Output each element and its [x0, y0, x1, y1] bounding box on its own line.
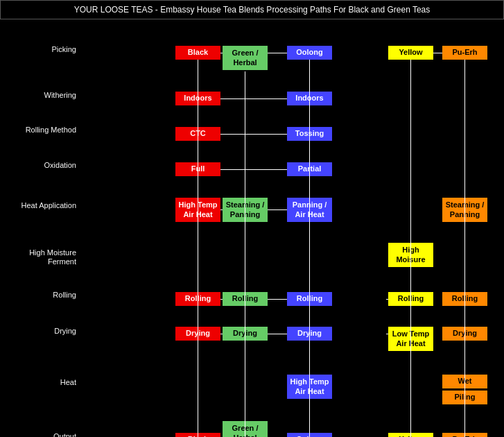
title-text: YOUR LOOSE TEAS - Embassy House Tea Blen… — [74, 5, 431, 15]
title-bar: YOUR LOOSE TEAS - Embassy House Tea Blen… — [0, 0, 504, 19]
column-line — [198, 60, 198, 437]
process-box-black1: Black — [175, 46, 220, 60]
column-line — [245, 71, 245, 437]
h-connector — [433, 53, 442, 53]
row-label: Picking — [7, 45, 76, 54]
diagram-area: PickingWitheringRolling MethodOxidationH… — [0, 19, 504, 437]
process-box-oolong1: Oolong — [287, 46, 332, 60]
h-connector — [386, 299, 388, 300]
row-label: Heat Application — [7, 201, 76, 210]
process-box-yellow1: Yellow — [388, 46, 433, 60]
h-connector — [268, 334, 287, 334]
h-connector — [268, 53, 287, 53]
row-label: Oxidation — [7, 161, 76, 170]
row-label: Drying — [7, 327, 76, 336]
row-label: Withering — [7, 91, 76, 100]
row-label: Output — [7, 432, 76, 437]
h-connector — [220, 299, 223, 300]
row-label: Rolling — [7, 291, 76, 300]
column-line — [464, 60, 465, 437]
h-connector — [220, 98, 287, 99]
column-line — [410, 60, 411, 437]
h-connector — [220, 334, 223, 334]
h-connector — [268, 209, 287, 210]
row-label: Heat — [7, 378, 76, 387]
h-connector — [220, 53, 223, 53]
row-label: Rolling Method — [7, 126, 76, 135]
process-box-green-herbal1: Green / Herbal — [223, 46, 268, 70]
h-connector — [268, 299, 287, 300]
h-connector — [386, 334, 388, 334]
h-connector — [220, 209, 223, 210]
h-connector — [220, 134, 287, 135]
column-line — [309, 60, 310, 437]
row-label: High Moisture Ferment — [7, 248, 76, 266]
process-box-puerh1: Pu-Erh — [442, 46, 487, 60]
h-connector — [220, 169, 287, 170]
